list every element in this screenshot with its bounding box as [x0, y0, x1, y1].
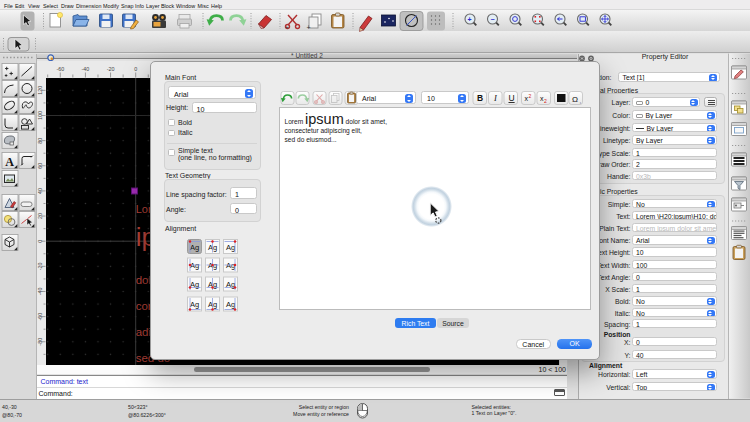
svg-text:Selected entities:: Selected entities: — [472, 403, 512, 409]
svg-text:10 < 100: 10 < 100 — [539, 366, 567, 373]
svg-text:−: − — [491, 16, 495, 23]
svg-text:60: 60 — [37, 162, 43, 168]
svg-text:Command: text: Command: text — [41, 377, 89, 384]
svg-text:@80.6226<300°: @80.6226<300° — [128, 411, 166, 417]
svg-text:-40: -40 — [82, 66, 90, 72]
svg-text:120: 120 — [37, 85, 43, 94]
svg-text:Ag: Ag — [226, 300, 235, 309]
svg-text:Command:: Command: — [39, 389, 73, 396]
svg-text:50<323°: 50<323° — [128, 403, 148, 409]
svg-text:-20: -20 — [37, 262, 43, 270]
svg-text:+: + — [285, 24, 289, 30]
svg-text:Ag: Ag — [190, 261, 199, 270]
svg-text:Lorem ipsum dolor sit amet,: Lorem ipsum dolor sit amet, — [284, 110, 387, 126]
svg-text:+: + — [468, 16, 472, 23]
svg-text:Move entity or reference: Move entity or reference — [293, 410, 349, 416]
svg-text:0: 0 — [134, 66, 137, 72]
svg-text:0: 0 — [37, 239, 43, 242]
svg-text:1 Text on Layer "0".: 1 Text on Layer "0". — [472, 410, 517, 416]
svg-text:100: 100 — [37, 111, 43, 120]
svg-text:80: 80 — [37, 137, 43, 143]
svg-text:consectetur adipiscing elit,: consectetur adipiscing elit, — [284, 127, 362, 135]
svg-text:sed do eiusmod...: sed do eiusmod... — [284, 135, 336, 142]
svg-text:A: A — [5, 155, 14, 169]
svg-text:40,-30: 40,-30 — [2, 403, 17, 409]
svg-text:-20: -20 — [107, 66, 115, 72]
svg-text:-60: -60 — [56, 66, 64, 72]
svg-text:U: U — [509, 93, 515, 103]
svg-text:Select entity or region: Select entity or region — [299, 404, 349, 410]
svg-text:Ag: Ag — [190, 300, 199, 309]
svg-text:-80: -80 — [37, 337, 43, 345]
svg-text:40: 40 — [37, 187, 43, 193]
svg-text:Ag: Ag — [226, 261, 235, 270]
svg-text:Ag: Ag — [190, 242, 199, 251]
svg-text:Ag: Ag — [226, 242, 235, 251]
svg-text:Ω: Ω — [572, 94, 578, 103]
svg-text:2: 2 — [544, 98, 547, 104]
svg-text:+: + — [307, 24, 311, 31]
svg-text:-60: -60 — [37, 312, 43, 320]
svg-text:20: 20 — [37, 213, 43, 219]
svg-text:-40: -40 — [37, 287, 43, 295]
svg-text:B: B — [477, 93, 483, 103]
svg-text:@80,-70: @80,-70 — [2, 411, 22, 417]
svg-text:2: 2 — [529, 92, 532, 98]
